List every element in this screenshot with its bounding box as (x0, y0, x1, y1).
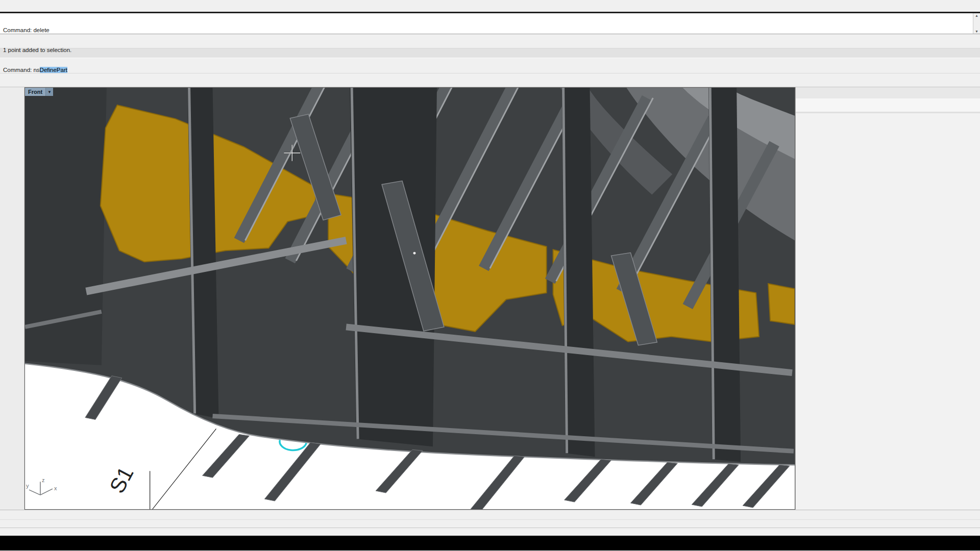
panel-toolbar (796, 98, 980, 112)
command-scrollbar[interactable]: ▲ ▼ (973, 13, 980, 34)
front-viewport[interactable]: Front ▼ (24, 87, 795, 510)
rhino-application-window: Command: delete 1 point added to selecti… (0, 0, 980, 551)
command-typed-text: ns (33, 67, 39, 73)
command-area[interactable]: Command: delete 1 point added to selecti… (0, 13, 980, 34)
panel-empty-space (796, 113, 980, 510)
command-prompt-label: Command: (3, 67, 33, 73)
left-toolbar (0, 87, 24, 510)
main-area: Front ▼ (0, 87, 980, 510)
axis-x-label: x (54, 485, 57, 491)
viewport-title-dropdown-icon[interactable]: ▼ (45, 88, 53, 96)
command-history-line-2: 1 point added to selection. (3, 47, 972, 54)
command-history-line-1: Command: delete (3, 27, 972, 34)
bottom-black-strip (0, 536, 980, 550)
control-point-dot[interactable] (413, 252, 415, 255)
viewport-tab-bar (0, 510, 980, 519)
osnap-bar (0, 519, 980, 528)
command-prompt-line[interactable]: Command: nsDefinePart (3, 67, 972, 73)
scroll-up-icon[interactable]: ▲ (973, 13, 980, 18)
viewport-title-label[interactable]: Front (25, 88, 45, 96)
panel-tab-row (796, 87, 980, 98)
scroll-down-icon[interactable]: ▼ (973, 29, 980, 34)
axis-y-label: y (26, 483, 29, 489)
3d-scene[interactable]: S1 z x y (25, 88, 795, 509)
status-bar (0, 528, 980, 536)
command-autocomplete-text: DefinePart (40, 67, 67, 73)
viewport-title[interactable]: Front ▼ (25, 88, 53, 96)
menu-bar (0, 0, 980, 13)
highlighted-plate-edge[interactable] (768, 284, 795, 324)
axis-z-label: z (42, 477, 44, 483)
properties-panel (795, 87, 980, 510)
